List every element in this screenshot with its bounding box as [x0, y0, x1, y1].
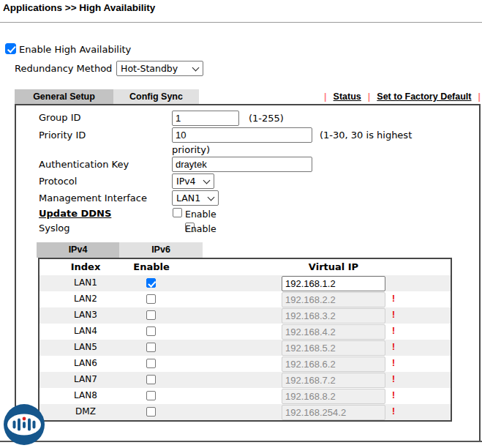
priority-id-label: Priority ID [39, 130, 86, 141]
chevron-down-icon [203, 176, 211, 184]
separator: | [478, 92, 481, 102]
row-virtual-ip-input [282, 389, 385, 404]
auth-key-label: Authentication Key [39, 159, 129, 170]
table-row: LAN3! [39, 307, 451, 324]
priority-id-hint-wrap: priority) [172, 144, 210, 155]
redundancy-method-value: Hot-Standby [121, 63, 178, 74]
row-enable-checkbox[interactable] [146, 278, 156, 288]
auth-key-input[interactable] [172, 157, 312, 172]
tab-ipv4[interactable]: IPv4 [37, 242, 119, 258]
row-enable-checkbox[interactable] [146, 391, 156, 400]
status-link[interactable]: Status [334, 92, 361, 102]
table-row: LAN5! [39, 340, 451, 356]
row-enable-checkbox[interactable] [146, 294, 156, 304]
enable-ha-label: Enable High Availability [19, 44, 131, 55]
row-enable-checkbox[interactable] [146, 375, 156, 384]
header-enable: Enable [120, 261, 183, 272]
row-enable-checkbox[interactable] [146, 310, 156, 320]
row-virtual-ip-input [282, 356, 385, 372]
row-index-label: LAN7 [39, 374, 132, 384]
tab-config-sync[interactable]: Config Sync [113, 89, 199, 104]
update-ddns-enable-label: Enable [185, 209, 216, 220]
chevron-down-icon [192, 64, 200, 71]
protocol-label: Protocol [39, 176, 77, 187]
row-virtual-ip-input [282, 405, 385, 420]
table-row: LAN7! [39, 372, 451, 388]
row-enable-checkbox[interactable] [146, 359, 156, 368]
row-virtual-ip-input[interactable] [282, 276, 385, 291]
separator: | [324, 92, 327, 102]
breadcrumb: Applications >> High Availability [3, 2, 155, 13]
row-index-label: LAN1 [39, 277, 132, 288]
row-index-label: LAN3 [39, 310, 132, 320]
update-ddns-enable-checkbox[interactable] [173, 208, 182, 217]
warning-icon: ! [392, 294, 395, 304]
row-enable-checkbox[interactable] [146, 326, 156, 336]
set-to-factory-default-link[interactable]: Set to Factory Default [377, 92, 471, 102]
enable-ha-checkbox[interactable] [5, 43, 16, 54]
row-index-label: LAN4 [39, 326, 132, 336]
tab-general-setup[interactable]: General Setup [15, 89, 113, 104]
priority-id-input[interactable] [172, 127, 312, 143]
row-index-label: LAN5 [39, 342, 132, 352]
row-virtual-ip-input [282, 292, 385, 307]
syslog-enable-label: Enable [185, 223, 216, 234]
row-index-label: LAN6 [39, 358, 132, 368]
warning-icon: ! [392, 326, 395, 336]
group-id-hint: (1-255) [249, 113, 284, 124]
warning-icon: ! [392, 310, 395, 320]
table-row: DMZ! [39, 404, 451, 420]
warning-icon: ! [392, 358, 395, 368]
warning-icon: ! [392, 390, 395, 400]
syslog-label: Syslog [39, 223, 70, 234]
table-row: LAN8! [39, 388, 451, 404]
row-virtual-ip-input [282, 340, 385, 356]
bottom-divider [0, 441, 482, 442]
row-index-label: DMZ [39, 406, 132, 417]
table-row: LAN2! [39, 291, 451, 307]
warning-icon: ! [392, 406, 395, 417]
table-row: LAN6! [39, 356, 451, 372]
separator: | [368, 92, 371, 102]
table-row: LAN4! [39, 324, 451, 340]
group-id-label: Group ID [39, 112, 81, 123]
row-enable-checkbox[interactable] [146, 343, 156, 352]
warning-icon: ! [392, 374, 395, 384]
general-setup-panel: Group ID (1-255) Priority ID (1-30, 30 i… [15, 104, 481, 442]
header-virtual-ip: Virtual IP [282, 261, 385, 272]
protocol-value: IPv4 [176, 176, 196, 187]
virtual-ip-table: Index Enable Virtual IP LAN1LAN2!LAN3!LA… [38, 258, 452, 422]
management-interface-label: Management Interface [39, 193, 147, 204]
table-row: LAN1 [39, 275, 451, 291]
row-virtual-ip-input [282, 308, 385, 324]
row-enable-checkbox[interactable] [146, 407, 156, 417]
ha-table-body: LAN1LAN2!LAN3!LAN4!LAN5!LAN6!LAN7!LAN8!D… [39, 275, 451, 420]
update-ddns-link[interactable]: Update DDNS [39, 208, 111, 219]
redundancy-method-label: Redundancy Method [15, 63, 112, 74]
row-virtual-ip-input [282, 373, 385, 388]
tab-ipv6[interactable]: IPv6 [119, 242, 203, 258]
row-virtual-ip-input [282, 324, 385, 340]
management-interface-value: LAN1 [176, 193, 200, 204]
action-links: | Status | Set to Factory Default | [324, 89, 481, 104]
row-index-label: LAN8 [39, 390, 132, 400]
table-header-row: Index Enable Virtual IP [39, 259, 451, 275]
management-interface-select[interactable]: LAN1 [172, 190, 219, 206]
row-index-label: LAN2 [39, 294, 132, 304]
top-divider [0, 22, 482, 23]
header-index: Index [39, 261, 132, 272]
warning-icon: ! [392, 342, 395, 352]
protocol-select[interactable]: IPv4 [172, 173, 214, 189]
chevron-down-icon [208, 193, 215, 201]
group-id-input[interactable] [172, 111, 239, 126]
draytek-logo-icon [3, 403, 45, 446]
redundancy-method-select[interactable]: Hot-Standby [116, 61, 203, 76]
priority-id-hint: (1-30, 30 is highest [320, 130, 412, 141]
